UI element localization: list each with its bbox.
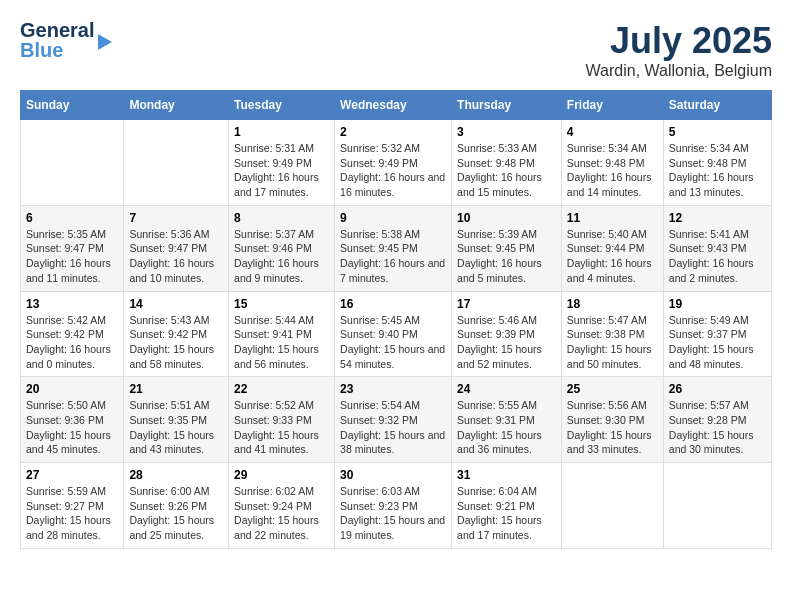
cell-content: Sunrise: 5:57 AM Sunset: 9:28 PM Dayligh… [669,398,766,457]
day-number: 9 [340,211,446,225]
day-number: 8 [234,211,329,225]
day-number: 7 [129,211,223,225]
calendar-cell: 24Sunrise: 5:55 AM Sunset: 9:31 PM Dayli… [452,377,562,463]
calendar-cell: 31Sunrise: 6:04 AM Sunset: 9:21 PM Dayli… [452,463,562,549]
calendar-week-row: 1Sunrise: 5:31 AM Sunset: 9:49 PM Daylig… [21,120,772,206]
logo-general: General [20,20,94,40]
cell-content: Sunrise: 5:37 AM Sunset: 9:46 PM Dayligh… [234,227,329,286]
day-number: 3 [457,125,556,139]
cell-content: Sunrise: 6:04 AM Sunset: 9:21 PM Dayligh… [457,484,556,543]
day-number: 12 [669,211,766,225]
cell-content: Sunrise: 5:32 AM Sunset: 9:49 PM Dayligh… [340,141,446,200]
calendar-cell: 3Sunrise: 5:33 AM Sunset: 9:48 PM Daylig… [452,120,562,206]
day-number: 27 [26,468,118,482]
calendar-cell: 6Sunrise: 5:35 AM Sunset: 9:47 PM Daylig… [21,205,124,291]
cell-content: Sunrise: 5:55 AM Sunset: 9:31 PM Dayligh… [457,398,556,457]
calendar-table: SundayMondayTuesdayWednesdayThursdayFrid… [20,90,772,549]
cell-content: Sunrise: 5:31 AM Sunset: 9:49 PM Dayligh… [234,141,329,200]
cell-content: Sunrise: 5:40 AM Sunset: 9:44 PM Dayligh… [567,227,658,286]
calendar-cell: 20Sunrise: 5:50 AM Sunset: 9:36 PM Dayli… [21,377,124,463]
cell-content: Sunrise: 5:50 AM Sunset: 9:36 PM Dayligh… [26,398,118,457]
cell-content: Sunrise: 5:56 AM Sunset: 9:30 PM Dayligh… [567,398,658,457]
calendar-cell: 9Sunrise: 5:38 AM Sunset: 9:45 PM Daylig… [335,205,452,291]
calendar-cell: 14Sunrise: 5:43 AM Sunset: 9:42 PM Dayli… [124,291,229,377]
calendar-cell: 21Sunrise: 5:51 AM Sunset: 9:35 PM Dayli… [124,377,229,463]
day-number: 16 [340,297,446,311]
cell-content: Sunrise: 5:45 AM Sunset: 9:40 PM Dayligh… [340,313,446,372]
day-header-thursday: Thursday [452,91,562,120]
cell-content: Sunrise: 6:03 AM Sunset: 9:23 PM Dayligh… [340,484,446,543]
day-number: 1 [234,125,329,139]
calendar-header-row: SundayMondayTuesdayWednesdayThursdayFrid… [21,91,772,120]
day-number: 10 [457,211,556,225]
cell-content: Sunrise: 6:00 AM Sunset: 9:26 PM Dayligh… [129,484,223,543]
day-number: 15 [234,297,329,311]
day-number: 4 [567,125,658,139]
calendar-week-row: 20Sunrise: 5:50 AM Sunset: 9:36 PM Dayli… [21,377,772,463]
main-title: July 2025 [586,20,772,62]
calendar-cell: 27Sunrise: 5:59 AM Sunset: 9:27 PM Dayli… [21,463,124,549]
day-number: 23 [340,382,446,396]
day-number: 25 [567,382,658,396]
calendar-cell [21,120,124,206]
cell-content: Sunrise: 5:42 AM Sunset: 9:42 PM Dayligh… [26,313,118,372]
day-number: 13 [26,297,118,311]
cell-content: Sunrise: 5:33 AM Sunset: 9:48 PM Dayligh… [457,141,556,200]
logo-arrow-icon [98,34,112,50]
calendar-cell [561,463,663,549]
day-number: 29 [234,468,329,482]
logo-blue: Blue [20,40,94,60]
day-number: 2 [340,125,446,139]
page-header: General Blue July 2025 Wardin, Wallonia,… [20,20,772,80]
calendar-cell: 18Sunrise: 5:47 AM Sunset: 9:38 PM Dayli… [561,291,663,377]
day-number: 31 [457,468,556,482]
day-header-tuesday: Tuesday [229,91,335,120]
cell-content: Sunrise: 5:47 AM Sunset: 9:38 PM Dayligh… [567,313,658,372]
day-header-wednesday: Wednesday [335,91,452,120]
cell-content: Sunrise: 5:35 AM Sunset: 9:47 PM Dayligh… [26,227,118,286]
cell-content: Sunrise: 5:54 AM Sunset: 9:32 PM Dayligh… [340,398,446,457]
cell-content: Sunrise: 5:34 AM Sunset: 9:48 PM Dayligh… [567,141,658,200]
day-number: 14 [129,297,223,311]
cell-content: Sunrise: 5:34 AM Sunset: 9:48 PM Dayligh… [669,141,766,200]
day-number: 30 [340,468,446,482]
day-number: 26 [669,382,766,396]
day-number: 21 [129,382,223,396]
cell-content: Sunrise: 5:46 AM Sunset: 9:39 PM Dayligh… [457,313,556,372]
day-number: 17 [457,297,556,311]
calendar-cell: 8Sunrise: 5:37 AM Sunset: 9:46 PM Daylig… [229,205,335,291]
calendar-cell: 19Sunrise: 5:49 AM Sunset: 9:37 PM Dayli… [663,291,771,377]
cell-content: Sunrise: 5:41 AM Sunset: 9:43 PM Dayligh… [669,227,766,286]
calendar-cell: 1Sunrise: 5:31 AM Sunset: 9:49 PM Daylig… [229,120,335,206]
day-header-friday: Friday [561,91,663,120]
calendar-week-row: 27Sunrise: 5:59 AM Sunset: 9:27 PM Dayli… [21,463,772,549]
cell-content: Sunrise: 5:38 AM Sunset: 9:45 PM Dayligh… [340,227,446,286]
calendar-cell: 4Sunrise: 5:34 AM Sunset: 9:48 PM Daylig… [561,120,663,206]
cell-content: Sunrise: 5:51 AM Sunset: 9:35 PM Dayligh… [129,398,223,457]
day-number: 6 [26,211,118,225]
day-header-monday: Monday [124,91,229,120]
title-section: July 2025 Wardin, Wallonia, Belgium [586,20,772,80]
calendar-cell [663,463,771,549]
day-number: 28 [129,468,223,482]
cell-content: Sunrise: 6:02 AM Sunset: 9:24 PM Dayligh… [234,484,329,543]
cell-content: Sunrise: 5:59 AM Sunset: 9:27 PM Dayligh… [26,484,118,543]
logo: General Blue [20,20,112,60]
calendar-cell: 15Sunrise: 5:44 AM Sunset: 9:41 PM Dayli… [229,291,335,377]
day-header-saturday: Saturday [663,91,771,120]
calendar-cell: 13Sunrise: 5:42 AM Sunset: 9:42 PM Dayli… [21,291,124,377]
calendar-cell: 29Sunrise: 6:02 AM Sunset: 9:24 PM Dayli… [229,463,335,549]
calendar-cell: 26Sunrise: 5:57 AM Sunset: 9:28 PM Dayli… [663,377,771,463]
calendar-cell: 16Sunrise: 5:45 AM Sunset: 9:40 PM Dayli… [335,291,452,377]
calendar-cell: 5Sunrise: 5:34 AM Sunset: 9:48 PM Daylig… [663,120,771,206]
subtitle: Wardin, Wallonia, Belgium [586,62,772,80]
day-header-sunday: Sunday [21,91,124,120]
calendar-cell: 23Sunrise: 5:54 AM Sunset: 9:32 PM Dayli… [335,377,452,463]
day-number: 5 [669,125,766,139]
cell-content: Sunrise: 5:39 AM Sunset: 9:45 PM Dayligh… [457,227,556,286]
cell-content: Sunrise: 5:44 AM Sunset: 9:41 PM Dayligh… [234,313,329,372]
calendar-cell: 10Sunrise: 5:39 AM Sunset: 9:45 PM Dayli… [452,205,562,291]
day-number: 22 [234,382,329,396]
day-number: 18 [567,297,658,311]
cell-content: Sunrise: 5:43 AM Sunset: 9:42 PM Dayligh… [129,313,223,372]
